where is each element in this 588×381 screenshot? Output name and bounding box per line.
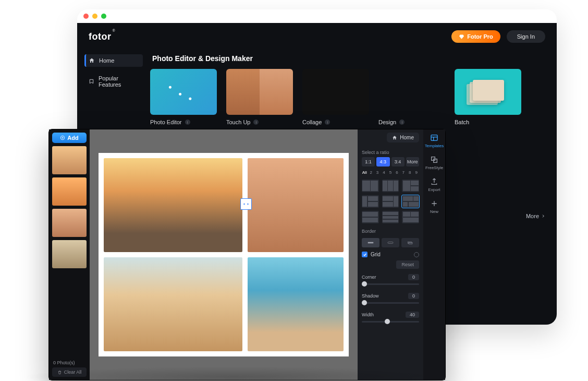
iconbar-label: Templates: [425, 144, 444, 148]
collage-cell[interactable]: [104, 158, 242, 252]
sidebar-item-label: Popular Features: [99, 75, 139, 88]
right-panel: Home Select a ratio 1:1 4:3 3:4 More All…: [358, 129, 445, 380]
slider-track[interactable]: [362, 299, 419, 306]
card-label: Photo Editor: [150, 119, 182, 125]
width-slider: Width40: [362, 312, 419, 325]
slider-value: 40: [406, 312, 419, 318]
count-tab[interactable]: 3: [375, 169, 380, 176]
template-option[interactable]: [402, 195, 419, 208]
zoom-dot[interactable]: [101, 14, 106, 19]
svg-rect-4: [388, 242, 393, 244]
card-design[interactable]: Designi: [378, 69, 445, 125]
tools-panel: Home Select a ratio 1:1 4:3 3:4 More All…: [358, 129, 423, 380]
home-button[interactable]: Home: [387, 133, 419, 142]
grid-label: Grid: [371, 252, 381, 257]
border-label: Border: [362, 229, 419, 234]
landing-header: fotor® Fotor Pro Sign In: [77, 23, 557, 50]
count-tab[interactable]: 9: [414, 169, 419, 176]
sidebar-item-home[interactable]: Home: [84, 54, 143, 67]
iconbar-label: FreeStyle: [425, 165, 443, 170]
collage-cell[interactable]: [248, 158, 344, 252]
shadow-slider: Shadow0: [362, 293, 419, 306]
template-option[interactable]: [362, 195, 379, 208]
ratio-more[interactable]: More: [406, 157, 419, 166]
home-icon: [89, 57, 95, 64]
strip-thumb[interactable]: [52, 240, 87, 268]
right-iconbar: Templates FreeStyle Export New: [423, 129, 445, 380]
count-tab[interactable]: 5: [388, 169, 393, 176]
ratio-1-1[interactable]: 1:1: [362, 157, 375, 166]
clear-all-button[interactable]: Clear All: [52, 367, 87, 377]
iconbar-export[interactable]: Export: [428, 177, 440, 192]
count-tab[interactable]: All: [362, 169, 367, 176]
header-actions: Fotor Pro Sign In: [451, 30, 545, 43]
iconbar-label: Export: [428, 187, 440, 192]
strip-thumb[interactable]: [52, 146, 87, 174]
signin-button[interactable]: Sign In: [507, 30, 545, 43]
count-tab[interactable]: 2: [368, 169, 373, 176]
count-tab[interactable]: 7: [401, 169, 406, 176]
template-option[interactable]: [402, 180, 419, 192]
strip-thumb[interactable]: [52, 177, 87, 206]
collage-canvas[interactable]: [99, 153, 349, 356]
card-thumb: [378, 69, 445, 115]
iconbar-new[interactable]: New: [430, 199, 438, 214]
card-batch[interactable]: Batch: [455, 69, 521, 125]
landing-sidebar: Home Popular Features: [77, 50, 150, 138]
grid-checkbox[interactable]: [362, 252, 368, 257]
logo-text: fotor: [89, 31, 111, 42]
template-option[interactable]: [362, 180, 379, 192]
template-option[interactable]: [382, 195, 399, 208]
slider-label: Width: [362, 312, 374, 317]
sidebar-item-popular[interactable]: Popular Features: [84, 72, 143, 91]
card-label: Touch Up: [226, 119, 250, 125]
strip-footer: 0 Photo(s) Clear All: [52, 358, 87, 377]
info-icon: i: [399, 120, 405, 125]
iconbar-freestyle[interactable]: FreeStyle: [425, 156, 443, 170]
count-tab[interactable]: 4: [381, 169, 386, 176]
border-style-rounded[interactable]: [382, 238, 399, 247]
card-thumb: [455, 69, 521, 115]
photo-count-label: 0 Photo(s): [53, 360, 75, 365]
freestyle-icon: [430, 156, 438, 164]
add-photo-button[interactable]: Add: [52, 133, 87, 143]
more-label: More: [526, 213, 539, 219]
card-label: Collage: [302, 119, 322, 125]
border-style-shadow[interactable]: [401, 238, 419, 247]
ratio-4-3[interactable]: 4:3: [376, 157, 389, 166]
corner-slider: Corner0: [362, 274, 419, 288]
template-option[interactable]: [382, 180, 399, 192]
iconbar-templates[interactable]: Templates: [425, 134, 444, 148]
card-touch-up[interactable]: Touch Upi: [226, 69, 293, 125]
collage-cell[interactable]: [248, 257, 344, 351]
count-tab[interactable]: 6: [394, 169, 399, 176]
resize-handle[interactable]: [240, 198, 252, 210]
minimize-dot[interactable]: [92, 14, 97, 19]
more-link[interactable]: More: [526, 213, 545, 219]
slider-track[interactable]: [362, 280, 419, 288]
template-option[interactable]: [402, 211, 419, 223]
grid-check-row: Grid: [362, 252, 419, 257]
cell-count-tabs: All 2 3 4 5 6 7 8 9: [362, 169, 419, 176]
strip-thumb[interactable]: [52, 209, 87, 237]
signin-label: Sign In: [517, 33, 535, 40]
ratio-3-4[interactable]: 3:4: [391, 157, 405, 166]
collage-cell[interactable]: [104, 257, 242, 351]
feature-cards: Photo Editori Touch Upi Collagei Designi: [150, 69, 548, 125]
close-dot[interactable]: [83, 14, 89, 19]
reset-button[interactable]: Reset: [396, 260, 419, 269]
ratio-buttons: 1:1 4:3 3:4 More: [362, 157, 419, 166]
template-option[interactable]: [382, 211, 399, 223]
count-tab[interactable]: 8: [407, 169, 412, 176]
logo-reg: ®: [112, 29, 115, 32]
slider-track[interactable]: [362, 318, 419, 325]
new-icon: [430, 199, 438, 208]
grid-radio[interactable]: [414, 252, 419, 257]
diamond-icon: [459, 34, 464, 40]
card-photo-editor[interactable]: Photo Editori: [150, 69, 217, 125]
card-collage[interactable]: Collagei: [302, 69, 369, 125]
upgrade-pro-button[interactable]: Fotor Pro: [451, 30, 500, 43]
border-style-solid[interactable]: [362, 238, 379, 247]
slider-label: Shadow: [362, 293, 379, 299]
template-option[interactable]: [362, 211, 379, 223]
